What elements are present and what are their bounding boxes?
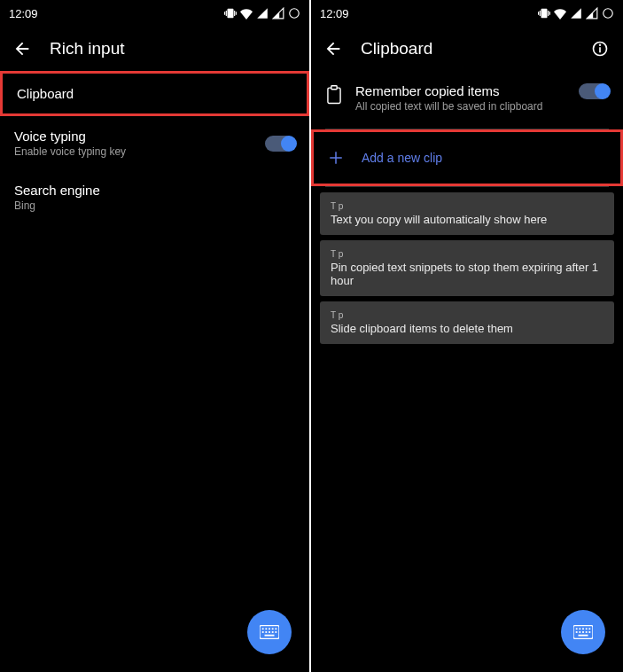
svg-rect-12 <box>265 635 275 637</box>
svg-rect-7 <box>262 631 264 633</box>
clipboard-icon <box>325 85 343 105</box>
status-icons <box>224 7 300 20</box>
plus-icon <box>328 150 344 166</box>
tip-text: Text you copy will automatically show he… <box>331 213 604 226</box>
header: Rich input <box>0 27 309 71</box>
signal-icon <box>570 7 582 20</box>
clock: 12:09 <box>320 7 349 20</box>
remember-items-row[interactable]: Remember copied items All copied text wi… <box>311 71 623 129</box>
tip-card[interactable]: T p Text you copy will automatically sho… <box>320 192 614 235</box>
voice-typing-row[interactable]: Voice typing Enable voice typing key <box>0 116 309 170</box>
svg-rect-9 <box>269 631 270 633</box>
remember-title: Remember copied items <box>355 83 566 98</box>
svg-rect-25 <box>586 628 588 629</box>
search-engine-sub: Bing <box>14 199 295 212</box>
vibrate-icon <box>538 7 550 20</box>
circle-icon <box>602 7 614 20</box>
clipboard-screen: 12:09 Clipboard Remember copied items Al… <box>311 0 623 672</box>
keyboard-fab[interactable] <box>247 610 292 654</box>
add-clip-row[interactable]: Add a new clip <box>311 129 623 186</box>
svg-rect-10 <box>272 631 274 633</box>
svg-rect-5 <box>272 628 274 629</box>
divider <box>325 186 609 187</box>
tip-label: T p <box>331 201 604 211</box>
clock: 12:09 <box>9 7 38 20</box>
signal2-icon <box>586 7 598 20</box>
voice-typing-toggle[interactable] <box>265 136 295 152</box>
signal2-icon <box>272 7 284 20</box>
clipboard-label: Clipboard <box>17 86 292 101</box>
add-clip-label: Add a new clip <box>362 151 442 165</box>
keyboard-icon <box>260 625 279 639</box>
wifi-icon <box>554 7 566 20</box>
svg-rect-11 <box>275 631 276 633</box>
svg-rect-8 <box>265 631 267 633</box>
status-icons <box>538 7 614 20</box>
tip-text: Pin copied text snippets to stop them ex… <box>331 261 604 287</box>
page-title: Rich input <box>50 39 295 59</box>
svg-rect-22 <box>576 628 578 629</box>
tip-text: Slide clipboard items to delete them <box>331 322 604 335</box>
status-bar: 12:09 <box>0 0 309 27</box>
svg-rect-23 <box>579 628 580 629</box>
svg-rect-4 <box>269 628 270 629</box>
svg-rect-27 <box>576 631 578 633</box>
back-icon[interactable] <box>12 39 32 59</box>
svg-point-16 <box>600 44 601 45</box>
svg-rect-2 <box>262 628 264 629</box>
tip-label: T p <box>331 310 604 320</box>
signal-icon <box>256 7 269 20</box>
tip-card[interactable]: T p Pin copied text snippets to stop the… <box>320 240 614 296</box>
tip-label: T p <box>331 249 604 259</box>
clipboard-row[interactable]: Clipboard <box>0 71 309 116</box>
circle-icon <box>288 7 300 20</box>
keyboard-icon <box>573 625 593 639</box>
svg-rect-17 <box>328 88 340 103</box>
svg-rect-28 <box>579 631 580 633</box>
back-icon[interactable] <box>323 39 343 59</box>
svg-point-13 <box>604 9 613 19</box>
svg-point-0 <box>290 9 300 19</box>
svg-rect-24 <box>582 628 584 629</box>
svg-rect-6 <box>275 628 276 629</box>
info-icon[interactable] <box>591 40 609 58</box>
svg-rect-26 <box>588 628 590 629</box>
voice-typing-title: Voice typing <box>14 129 265 144</box>
tip-card[interactable]: T p Slide clipboard items to delete them <box>320 301 614 344</box>
wifi-icon <box>240 7 253 20</box>
svg-rect-3 <box>265 628 267 629</box>
search-engine-row[interactable]: Search engine Bing <box>0 170 309 224</box>
remember-toggle[interactable] <box>579 83 609 99</box>
header: Clipboard <box>311 27 623 71</box>
svg-rect-31 <box>588 631 590 633</box>
svg-rect-18 <box>331 86 337 90</box>
svg-rect-30 <box>586 631 588 633</box>
status-bar: 12:09 <box>311 0 623 27</box>
remember-sub: All copied text will be saved in clipboa… <box>355 100 566 113</box>
keyboard-fab[interactable] <box>561 610 605 654</box>
svg-rect-29 <box>582 631 584 633</box>
search-engine-title: Search engine <box>14 183 295 198</box>
page-title: Clipboard <box>361 39 591 59</box>
voice-typing-sub: Enable voice typing key <box>14 145 265 158</box>
rich-input-screen: 12:09 Rich input Clipboard Voice typing … <box>0 0 311 672</box>
vibrate-icon <box>224 7 237 20</box>
svg-rect-32 <box>579 635 588 637</box>
